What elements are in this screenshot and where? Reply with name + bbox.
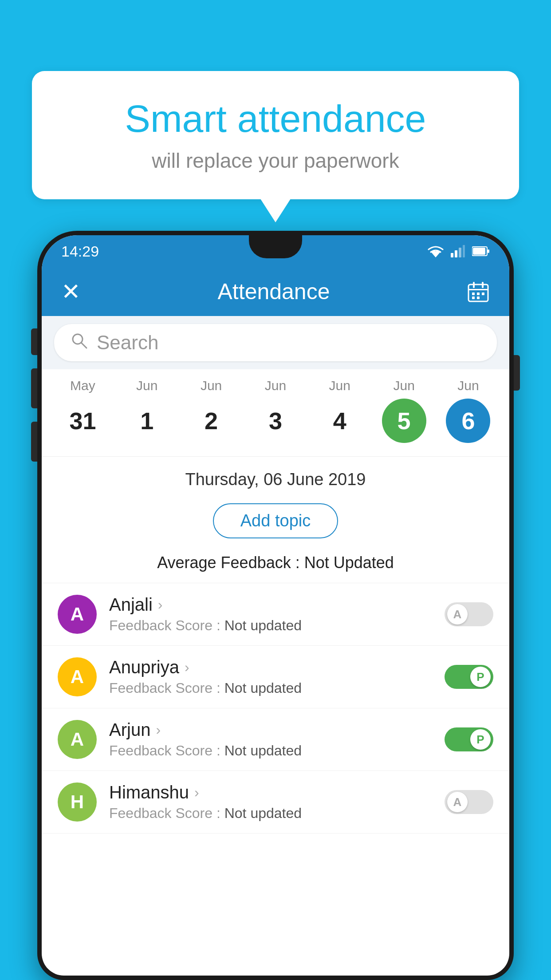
avatar: A [58, 657, 97, 696]
svg-rect-7 [488, 249, 489, 253]
cal-date-number: 3 [253, 399, 298, 443]
attendance-toggle[interactable]: P [445, 665, 493, 689]
power-button [31, 328, 37, 355]
svg-rect-13 [477, 292, 480, 295]
calendar-day[interactable]: Jun4 [311, 378, 369, 443]
app-bar: ✕ Attendance [42, 267, 509, 316]
student-info: Anupriya ›Feedback Score : Not updated [109, 657, 432, 696]
status-icons [428, 245, 490, 257]
search-icon [70, 332, 88, 354]
svg-rect-14 [482, 292, 484, 295]
add-topic-button[interactable]: Add topic [213, 503, 338, 538]
avatar: A [58, 595, 97, 634]
status-time: 14:29 [61, 243, 99, 260]
cal-month-label: Jun [201, 378, 222, 393]
svg-rect-4 [463, 245, 465, 257]
add-topic-container: Add topic [42, 496, 509, 549]
cal-date-number: 4 [318, 399, 362, 443]
calendar-icon[interactable] [467, 280, 490, 303]
calendar-day[interactable]: May31 [54, 378, 111, 443]
calendar-day[interactable]: Jun1 [118, 378, 176, 443]
student-item[interactable]: AAnupriya ›Feedback Score : Not updatedP [42, 646, 509, 708]
student-name: Anjali › [109, 595, 432, 615]
svg-rect-15 [472, 296, 475, 299]
selected-date: Thursday, 06 June 2019 [42, 457, 509, 496]
student-name: Arjun › [109, 720, 432, 740]
student-info: Anjali ›Feedback Score : Not updated [109, 595, 432, 634]
average-feedback: Average Feedback : Not Updated [42, 549, 509, 583]
avatar: H [58, 782, 97, 822]
volume-button-right [514, 355, 520, 391]
signal-icon [451, 245, 465, 257]
svg-rect-3 [459, 248, 461, 257]
feedback-score: Feedback Score : Not updated [109, 617, 432, 634]
cal-month-label: Jun [136, 378, 157, 393]
calendar-strip: May31Jun1Jun2Jun3Jun4Jun5Jun6 [42, 369, 509, 457]
calendar-day[interactable]: Jun5 [375, 378, 433, 443]
search-bar-container: Search [42, 316, 509, 369]
student-info: Arjun ›Feedback Score : Not updated [109, 720, 432, 759]
phone-screen: 14:29 [42, 235, 509, 976]
student-name: Anupriya › [109, 657, 432, 677]
student-item[interactable]: AAnjali ›Feedback Score : Not updatedA [42, 583, 509, 646]
cal-month-label: Jun [265, 378, 286, 393]
feedback-score: Feedback Score : Not updated [109, 805, 432, 822]
svg-marker-0 [430, 251, 441, 257]
calendar-day[interactable]: Jun3 [247, 378, 304, 443]
cal-date-number: 6 [446, 399, 490, 443]
search-placeholder: Search [97, 332, 158, 354]
search-bar[interactable]: Search [54, 324, 497, 361]
cal-month-label: Jun [457, 378, 479, 393]
svg-rect-12 [472, 292, 475, 295]
svg-rect-9 [473, 282, 475, 288]
cal-date-number: 5 [382, 399, 426, 443]
feedback-score: Feedback Score : Not updated [109, 680, 432, 696]
chevron-icon: › [194, 784, 199, 801]
speech-bubble-container: Smart attendance will replace your paper… [32, 71, 519, 199]
chevron-icon: › [185, 659, 189, 676]
wifi-icon [428, 245, 444, 257]
app-title: Attendance [218, 279, 330, 304]
svg-rect-11 [468, 289, 488, 290]
student-list: AAnjali ›Feedback Score : Not updatedAAA… [42, 583, 509, 834]
toggle-knob: P [470, 667, 491, 687]
student-item[interactable]: AArjun ›Feedback Score : Not updatedP [42, 708, 509, 771]
speech-bubble: Smart attendance will replace your paper… [32, 71, 519, 199]
attendance-toggle[interactable]: A [445, 790, 493, 814]
phone-frame: 14:29 [37, 231, 514, 980]
toggle-knob: A [447, 604, 468, 624]
feedback-score: Feedback Score : Not updated [109, 743, 432, 759]
calendar-day[interactable]: Jun6 [439, 378, 497, 443]
cal-month-label: Jun [329, 378, 350, 393]
svg-rect-16 [477, 296, 480, 299]
student-item[interactable]: HHimanshu ›Feedback Score : Not updatedA [42, 771, 509, 834]
svg-rect-1 [451, 253, 453, 257]
cal-month-label: May [70, 378, 95, 393]
cal-date-number: 1 [125, 399, 169, 443]
student-info: Himanshu ›Feedback Score : Not updated [109, 782, 432, 822]
avg-feedback-value: Not Updated [304, 553, 394, 572]
volume-down-button [31, 422, 37, 462]
avatar: A [58, 720, 97, 759]
notch [249, 235, 302, 258]
svg-rect-6 [473, 248, 485, 255]
svg-rect-10 [482, 282, 484, 288]
attendance-toggle[interactable]: A [445, 602, 493, 626]
bubble-subtitle: will replace your paperwork [67, 149, 484, 173]
avg-feedback-label: Average Feedback : [157, 553, 304, 572]
student-name: Himanshu › [109, 782, 432, 802]
calendar-day[interactable]: Jun2 [182, 378, 240, 443]
close-button[interactable]: ✕ [61, 278, 81, 305]
svg-line-18 [81, 343, 87, 348]
cal-date-number: 2 [189, 399, 233, 443]
toggle-knob: P [470, 729, 491, 750]
cal-month-label: Jun [393, 378, 414, 393]
bubble-title: Smart attendance [67, 98, 484, 140]
battery-icon [472, 246, 490, 257]
volume-up-button [31, 368, 37, 408]
attendance-toggle[interactable]: P [445, 727, 493, 751]
chevron-icon: › [156, 722, 161, 738]
chevron-icon: › [158, 597, 163, 613]
toggle-knob: A [447, 792, 468, 812]
status-bar: 14:29 [42, 235, 509, 267]
